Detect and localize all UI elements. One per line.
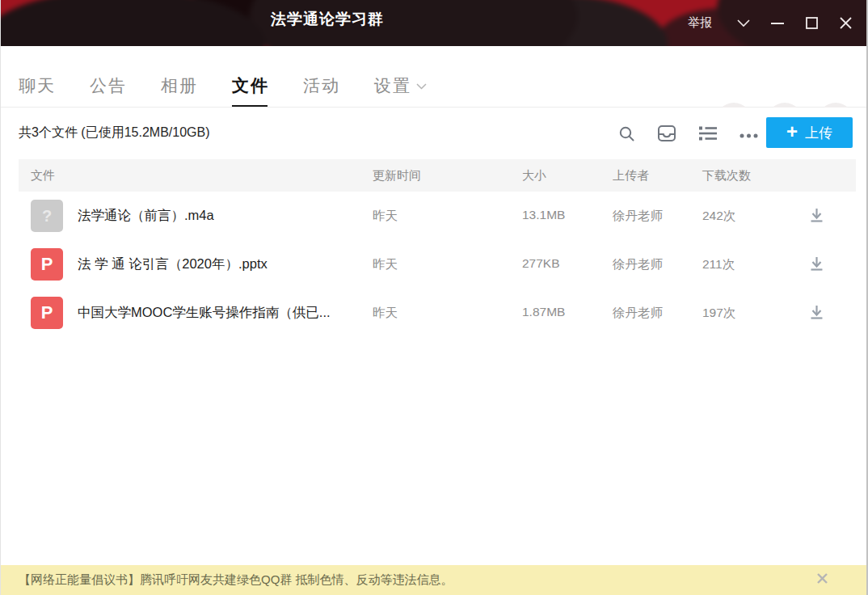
file-download-count: 197次 — [702, 305, 735, 322]
download-button[interactable] — [806, 206, 827, 227]
file-name: 中国大学MOOC学生账号操作指南（供已... — [78, 304, 331, 322]
search-button[interactable] — [618, 125, 635, 145]
file-uploader: 徐丹老师 — [613, 305, 663, 322]
banner-close-button[interactable] — [815, 572, 829, 587]
tab-bar: 聊天 公告 相册 文件 活动 设置 — [1, 46, 866, 108]
file-download-count: 242次 — [702, 208, 735, 225]
file-name: 法 学 通 论引言（2020年）.pptx — [78, 255, 268, 273]
tab-label: 公告 — [90, 76, 127, 95]
upload-button-label: 上传 — [805, 124, 832, 142]
file-icon-glyph: P — [41, 254, 53, 275]
tab-files[interactable]: 文件 — [232, 74, 269, 97]
minimize-button[interactable] — [764, 10, 791, 37]
more-dots-icon — [739, 129, 758, 141]
tab-label: 文件 — [232, 76, 269, 95]
download-icon — [808, 207, 825, 226]
list-view-button[interactable] — [698, 125, 718, 144]
download-button[interactable] — [806, 255, 827, 276]
tab-label: 活动 — [303, 76, 340, 95]
chevron-down-icon — [416, 74, 427, 94]
tab-label: 设置 — [374, 76, 411, 95]
file-uploader: 徐丹老师 — [613, 256, 663, 273]
close-icon — [817, 573, 828, 586]
file-updated-time: 昨天 — [373, 305, 398, 322]
file-name: 法学通论（前言）.m4a — [78, 207, 214, 225]
tab-announcements[interactable]: 公告 — [90, 74, 127, 97]
qq-group-window: 法学通论学习群 举报 聊天 公告 相册 文件 活动 设置 — [0, 0, 868, 595]
file-toolbar: 共3个文件 (已使用15.2MB/10GB) + 上传 — [1, 108, 866, 159]
more-dots-button[interactable] — [739, 129, 758, 141]
file-table-body: ? 法学通论（前言）.m4a 昨天 13.1MB 徐丹老师 242次 P 法 学… — [19, 192, 856, 337]
maximize-button[interactable] — [798, 10, 825, 37]
file-tools — [618, 124, 758, 145]
window-controls: 举报 — [688, 0, 859, 46]
window-title: 法学通论学习群 — [0, 9, 655, 30]
header-updated: 更新时间 — [373, 168, 421, 184]
window-titlebar: 法学通论学习群 举报 — [0, 0, 868, 46]
close-button[interactable] — [832, 10, 859, 37]
file-row[interactable]: P 法 学 通 论引言（2020年）.pptx 昨天 277KB 徐丹老师 21… — [19, 240, 856, 289]
file-row[interactable]: P 中国大学MOOC学生账号操作指南（供已... 昨天 1.87MB 徐丹老师 … — [19, 289, 856, 337]
ppt-file-icon: P — [31, 248, 63, 281]
header-downloads: 下载次数 — [702, 168, 751, 184]
tab-label: 聊天 — [19, 76, 56, 95]
ppt-file-icon: P — [31, 297, 63, 329]
inbox-button[interactable] — [657, 124, 676, 145]
tab-chat[interactable]: 聊天 — [19, 74, 56, 97]
header-uploader: 上传者 — [613, 168, 649, 184]
download-icon — [808, 255, 825, 275]
report-link[interactable]: 举报 — [688, 15, 712, 31]
unknown-file-icon: ? — [31, 200, 63, 232]
file-download-count: 211次 — [702, 256, 735, 273]
list-view-icon — [698, 125, 718, 144]
notice-banner: 【网络正能量倡议书】腾讯呼吁网友共建绿色QQ群 抵制色情、反动等违法信息。 — [1, 565, 866, 595]
notice-banner-text: 【网络正能量倡议书】腾讯呼吁网友共建绿色QQ群 抵制色情、反动等违法信息。 — [19, 572, 453, 588]
tab-album[interactable]: 相册 — [161, 74, 198, 97]
tab-settings[interactable]: 设置 — [374, 74, 427, 97]
plus-icon: + — [786, 122, 798, 141]
tab-label: 相册 — [161, 76, 198, 95]
chevron-down-icon[interactable] — [730, 10, 757, 37]
file-row[interactable]: ? 法学通论（前言）.m4a 昨天 13.1MB 徐丹老师 242次 — [19, 192, 856, 240]
search-icon — [618, 125, 635, 145]
file-updated-time: 昨天 — [373, 208, 398, 225]
upload-button[interactable]: + 上传 — [766, 117, 853, 148]
inbox-icon — [657, 124, 676, 145]
file-size: 13.1MB — [522, 208, 565, 222]
file-size: 277KB — [522, 256, 560, 271]
file-uploader: 徐丹老师 — [613, 208, 663, 225]
header-size: 大小 — [522, 168, 546, 184]
file-updated-time: 昨天 — [373, 256, 398, 273]
tab-activities[interactable]: 活动 — [303, 74, 340, 97]
file-icon-glyph: P — [41, 302, 53, 323]
download-icon — [808, 304, 825, 323]
file-size: 1.87MB — [522, 305, 565, 319]
file-icon-glyph: ? — [42, 207, 52, 226]
tabs: 聊天 公告 相册 文件 活动 设置 — [19, 74, 427, 97]
header-file: 文件 — [31, 168, 55, 184]
file-table-header: 文件 更新时间 大小 上传者 下载次数 — [19, 159, 856, 192]
download-button[interactable] — [806, 303, 827, 324]
file-count-summary: 共3个文件 (已使用15.2MB/10GB) — [19, 124, 210, 141]
